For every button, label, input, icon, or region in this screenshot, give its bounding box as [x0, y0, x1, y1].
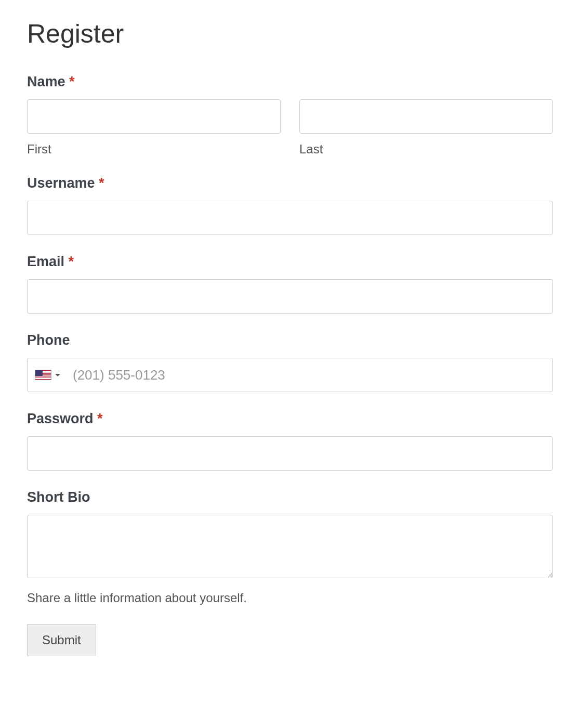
phone-field-group: Phone — [27, 332, 553, 392]
password-field-group: Password * — [27, 411, 553, 471]
register-form: Name * First Last Username * Email * — [27, 74, 553, 656]
phone-input-wrapper — [27, 358, 553, 392]
last-name-sublabel: Last — [299, 142, 553, 157]
required-marker: * — [99, 175, 104, 191]
bio-label-text: Short Bio — [27, 489, 90, 505]
first-name-input[interactable] — [27, 99, 281, 134]
required-marker: * — [69, 74, 75, 89]
last-name-col: Last — [299, 99, 553, 157]
email-input[interactable] — [27, 279, 553, 314]
required-marker: * — [69, 254, 74, 269]
submit-wrap: Submit — [27, 624, 553, 656]
submit-button[interactable]: Submit — [27, 624, 96, 656]
username-field-group: Username * — [27, 175, 553, 235]
name-field-group: Name * First Last — [27, 74, 553, 157]
bio-help-text: Share a little information about yoursel… — [27, 591, 553, 605]
name-row: First Last — [27, 99, 553, 157]
page-title: Register — [27, 19, 553, 49]
name-label-text: Name — [27, 74, 65, 89]
country-selector[interactable] — [28, 370, 64, 380]
us-flag-icon — [35, 370, 51, 380]
username-input[interactable] — [27, 201, 553, 235]
email-field-group: Email * — [27, 254, 553, 314]
username-label: Username * — [27, 175, 553, 191]
password-label-text: Password — [27, 411, 94, 426]
chevron-down-icon — [55, 374, 60, 376]
phone-input[interactable] — [64, 358, 552, 392]
email-label-text: Email — [27, 254, 64, 269]
password-input[interactable] — [27, 436, 553, 471]
username-label-text: Username — [27, 175, 95, 191]
phone-label-text: Phone — [27, 332, 70, 348]
required-marker: * — [97, 411, 103, 426]
last-name-input[interactable] — [299, 99, 553, 134]
bio-textarea[interactable] — [27, 515, 553, 578]
first-name-col: First — [27, 99, 281, 157]
bio-label: Short Bio — [27, 489, 553, 505]
bio-field-group: Short Bio Share a little information abo… — [27, 489, 553, 605]
phone-label: Phone — [27, 332, 553, 348]
first-name-sublabel: First — [27, 142, 281, 157]
name-label: Name * — [27, 74, 553, 90]
email-label: Email * — [27, 254, 553, 270]
password-label: Password * — [27, 411, 553, 427]
